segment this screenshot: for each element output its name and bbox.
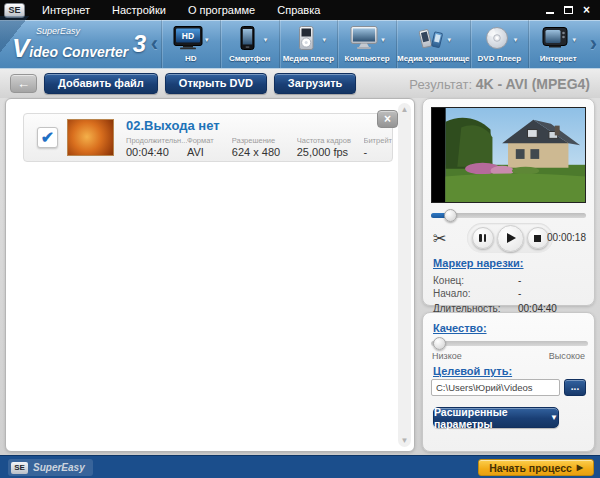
advanced-params-button[interactable]: Расширенные параметры ▼ bbox=[433, 407, 559, 428]
se-logo-icon: SE bbox=[11, 462, 28, 474]
svg-text:HD: HD bbox=[182, 31, 194, 41]
toolbar-item-dvd-player[interactable]: ▾ DVD Плеер bbox=[470, 20, 529, 68]
footer-bar: SE SuperEasy Начать процесс ▶ bbox=[0, 455, 600, 478]
target-path-link[interactable]: Целевой путь: bbox=[433, 365, 512, 377]
dropdown-caret-icon: ▾ bbox=[448, 36, 452, 44]
computer-icon bbox=[349, 26, 379, 54]
toolbar-label: HD bbox=[185, 54, 197, 63]
list-scrollbar[interactable]: ▲ ▼ bbox=[398, 103, 411, 447]
internet-tv-icon bbox=[540, 26, 570, 54]
add-file-button[interactable]: Добавить файл bbox=[44, 73, 158, 94]
meta-framerate-label: Частота кадров bbox=[297, 136, 364, 145]
toolbar-item-hd[interactable]: HD ▾ HD bbox=[161, 20, 220, 68]
video-frame bbox=[432, 108, 585, 202]
dropdown-icon: ▼ bbox=[550, 413, 558, 422]
video-preview bbox=[431, 107, 586, 203]
quality-slider[interactable] bbox=[431, 337, 588, 350]
meta-bitrate-value: - bbox=[364, 146, 393, 158]
menu-internet[interactable]: Интернет bbox=[31, 4, 101, 16]
marker-start-value: - bbox=[518, 288, 521, 299]
media-player-icon bbox=[291, 26, 321, 54]
remove-file-button[interactable]: × bbox=[377, 110, 398, 128]
current-time: 00:00:18 bbox=[547, 232, 586, 243]
marker-start-row: Начало: - bbox=[433, 288, 584, 299]
toolbar-label: Смартфон bbox=[229, 54, 270, 63]
file-info: 02.Выхода нет Продолжительн... 00:04:40 … bbox=[126, 118, 392, 158]
preview-card: ✂ 00:00:18 Маркер нарезки: Конец: - Нача… bbox=[422, 98, 595, 306]
quality-link[interactable]: Качество: bbox=[433, 322, 487, 334]
dropdown-caret-icon: ▾ bbox=[514, 36, 518, 44]
toolbar-scroll-left[interactable]: ‹ bbox=[148, 22, 161, 66]
scroll-down-icon[interactable]: ▼ bbox=[398, 436, 411, 445]
menu-help[interactable]: Справка bbox=[266, 4, 331, 16]
seek-slider[interactable] bbox=[431, 209, 586, 222]
pause-icon bbox=[479, 234, 486, 242]
download-button[interactable]: Загрузить bbox=[274, 73, 357, 94]
playback-controls: ✂ 00:00:18 bbox=[431, 223, 586, 253]
toolbar-item-media-storage[interactable]: ▾ Медиа хранилище bbox=[396, 20, 470, 68]
toolbar-label: DVD Плеер bbox=[478, 54, 522, 63]
start-process-button[interactable]: Начать процесс ▶ bbox=[478, 459, 594, 476]
dropdown-caret-icon: ▾ bbox=[205, 36, 209, 44]
scissors-icon[interactable]: ✂ bbox=[433, 229, 446, 248]
footer-brand: SE SuperEasy bbox=[8, 459, 93, 476]
meta-duration-label: Продолжительн... bbox=[126, 136, 187, 145]
toolbar-scroll-right[interactable]: › bbox=[587, 22, 600, 66]
play-button[interactable] bbox=[497, 225, 524, 252]
file-row[interactable]: ✔ 02.Выхода нет Продолжительн... 00:04:4… bbox=[23, 113, 393, 162]
transport-pill bbox=[467, 223, 553, 253]
target-path-input[interactable] bbox=[431, 379, 560, 396]
scroll-up-icon[interactable]: ▲ bbox=[398, 105, 411, 114]
app-logo: SuperEasy Video Converter 3 bbox=[0, 20, 148, 68]
footer-brand-name: SuperEasy bbox=[33, 462, 85, 473]
action-bar: ← Добавить файл Открыть DVD Загрузить Ре… bbox=[0, 68, 600, 98]
toolbar-label: Интернет bbox=[540, 54, 577, 63]
stop-button[interactable] bbox=[527, 227, 549, 249]
pause-button[interactable] bbox=[472, 227, 494, 249]
menu-settings[interactable]: Настройки bbox=[101, 4, 177, 16]
file-title: 02.Выхода нет bbox=[126, 118, 392, 133]
toolbar-label: Медиа хранилище bbox=[397, 54, 470, 63]
result-format: Результат: 4K - AVI (MPEG4) bbox=[409, 76, 600, 92]
seek-thumb[interactable] bbox=[444, 209, 457, 222]
close-button[interactable]: × bbox=[583, 4, 590, 16]
smartphone-icon bbox=[232, 26, 262, 54]
marker-start-label: Начало: bbox=[433, 288, 471, 299]
dropdown-caret-icon: ▾ bbox=[572, 36, 576, 44]
logo-product: Video Converter bbox=[12, 33, 128, 64]
toolbar-label: Медиа плеер bbox=[283, 54, 334, 63]
menu-about[interactable]: О программе bbox=[177, 4, 266, 16]
toolbar-item-internet[interactable]: ▾ Интернет bbox=[528, 20, 587, 68]
menubar: SE Интернет Настройки О программе Справк… bbox=[0, 0, 600, 20]
open-dvd-button[interactable]: Открыть DVD bbox=[165, 73, 267, 94]
back-button[interactable]: ← bbox=[10, 74, 37, 93]
window-controls: × bbox=[546, 4, 600, 16]
file-list-panel: ✔ 02.Выхода нет Продолжительн... 00:04:4… bbox=[5, 98, 415, 452]
stop-icon bbox=[534, 235, 541, 242]
marker-end-label: Конец: bbox=[433, 275, 464, 286]
maximize-button[interactable] bbox=[564, 6, 573, 14]
file-checkbox[interactable]: ✔ bbox=[37, 127, 58, 148]
logo-version: 3 bbox=[133, 30, 146, 58]
toolbar-item-media-player[interactable]: ▾ Медиа плеер bbox=[279, 20, 338, 68]
dropdown-caret-icon: ▾ bbox=[323, 36, 327, 44]
dvd-disc-icon bbox=[482, 26, 512, 54]
meta-format-label: Формат bbox=[187, 136, 232, 145]
toolbar-items: HD ▾ HD ▾ Смарт bbox=[161, 20, 587, 68]
toolbar-item-computer[interactable]: ▾ Компьютер bbox=[337, 20, 396, 68]
toolbar-item-smartphone[interactable]: ▾ Смартфон bbox=[220, 20, 279, 68]
quality-labels: Низкое Высокое bbox=[432, 351, 585, 361]
trim-marker-link[interactable]: Маркер нарезки: bbox=[433, 257, 524, 269]
quality-track[interactable] bbox=[431, 341, 588, 346]
quality-thumb[interactable] bbox=[433, 337, 446, 350]
hd-tv-icon: HD bbox=[173, 26, 203, 54]
meta-format-value: AVI bbox=[187, 146, 232, 158]
meta-resolution-label: Разрешение bbox=[232, 136, 297, 145]
result-label: Результат: bbox=[409, 77, 472, 92]
marker-end-value: - bbox=[518, 275, 521, 286]
meta-bitrate-label: Битрейт bbox=[364, 136, 393, 145]
device-toolbar: SuperEasy Video Converter 3 ‹ HD ▾ HD bbox=[0, 20, 600, 68]
minimize-button[interactable] bbox=[546, 6, 554, 14]
browse-button[interactable]: ... bbox=[564, 379, 586, 396]
dropdown-caret-icon: ▾ bbox=[381, 36, 385, 44]
